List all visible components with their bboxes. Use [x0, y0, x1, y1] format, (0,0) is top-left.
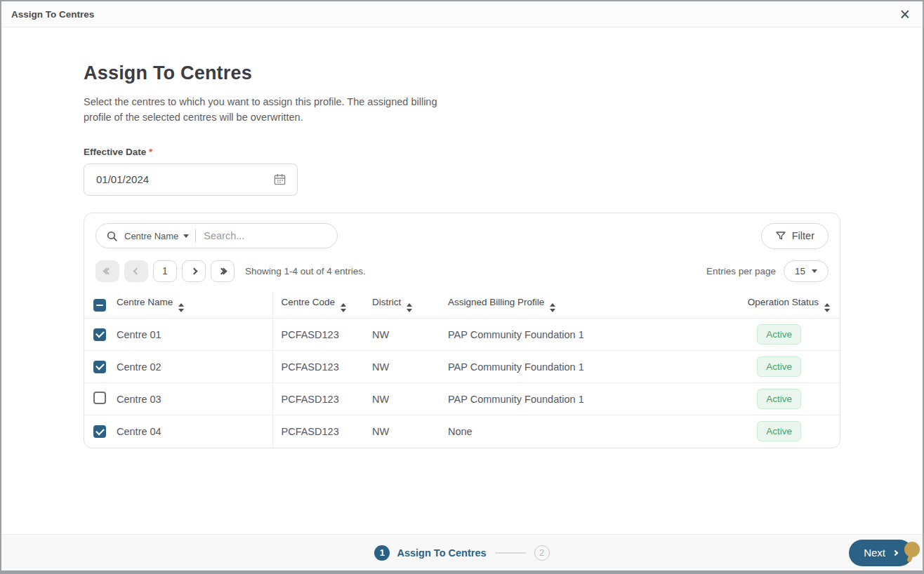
next-button[interactable]: Next	[849, 540, 913, 566]
pagination-row: 1 Showing 1-4 out of 4 entries. Entries …	[84, 258, 840, 292]
status-badge: Active	[757, 324, 801, 345]
cursor-indicator	[904, 542, 920, 557]
entries-per-page-label: Entries per page	[706, 266, 776, 276]
table-toolbar: Centre Name Filter	[84, 213, 840, 258]
row-checkbox[interactable]	[93, 392, 106, 404]
effective-date-label: Effective Date *	[84, 147, 840, 157]
status-badge: Active	[757, 421, 801, 441]
sort-icon	[407, 303, 412, 312]
previous-page-button[interactable]	[124, 260, 148, 282]
calendar-icon[interactable]	[273, 173, 286, 186]
district-cell: NW	[364, 415, 440, 448]
district-cell: NW	[364, 351, 440, 383]
row-checkbox[interactable]	[93, 361, 106, 373]
centre-code-cell: PCFASD123	[272, 415, 364, 448]
wizard-stepper: 1 Assign To Centres 2	[374, 545, 549, 561]
filter-funnel-icon	[775, 230, 786, 241]
first-page-button[interactable]	[95, 260, 119, 282]
step-connector	[495, 552, 526, 554]
next-page-button[interactable]	[182, 260, 206, 282]
sort-icon	[824, 303, 830, 312]
chevron-right-icon	[190, 267, 197, 274]
table-row: Centre 03 PCFASD123 NW PAP Community Fou…	[84, 383, 840, 415]
step-1-label: Assign To Centres	[397, 547, 486, 559]
centre-code-cell: PCFASD123	[272, 383, 364, 415]
modal-content: Assign To Centres Select the centres to …	[1, 27, 923, 534]
filter-button[interactable]: Filter	[761, 223, 829, 249]
current-page-button[interactable]: 1	[153, 260, 177, 282]
district-cell: NW	[364, 319, 440, 351]
entries-per-page-group: Entries per page 15	[706, 260, 829, 282]
chevron-left-icon	[133, 267, 140, 274]
wizard-footer: 1 Assign To Centres 2 Next	[1, 534, 923, 570]
column-header-billing-profile[interactable]: Assigned Billing Profile	[440, 292, 717, 319]
close-icon: ×	[899, 4, 910, 24]
billing-profile-cell: PAP Community Foundation 1	[440, 319, 717, 351]
centre-name-cell: Centre 04	[117, 415, 272, 448]
status-badge: Active	[757, 389, 801, 409]
centre-name-cell: Centre 02	[117, 351, 272, 383]
centres-table: Centre Name Centre Code District Assigne…	[84, 292, 840, 448]
search-bar[interactable]: Centre Name	[95, 223, 338, 248]
window-title: Assign To Centres	[11, 9, 94, 20]
close-button[interactable]: ×	[897, 6, 913, 23]
search-category-dropdown[interactable]: Centre Name	[124, 231, 189, 241]
select-all-checkbox[interactable]	[93, 299, 106, 312]
billing-profile-cell: PAP Community Foundation 1	[440, 351, 717, 383]
centre-name-cell: Centre 01	[117, 319, 272, 351]
billing-profile-cell: None	[440, 415, 717, 448]
page-description: Select the centres to which you want to …	[84, 95, 438, 126]
search-icon	[106, 230, 118, 242]
effective-date-field[interactable]	[84, 163, 298, 196]
caret-down-icon	[812, 269, 817, 273]
column-header-centre-code[interactable]: Centre Code	[272, 292, 364, 319]
district-cell: NW	[364, 383, 440, 415]
column-header-operation-status[interactable]: Operation Status	[717, 292, 840, 319]
table-row: Centre 01 PCFASD123 NW PAP Community Fou…	[84, 319, 840, 351]
row-checkbox[interactable]	[93, 425, 106, 438]
table-row: Centre 04 PCFASD123 NW None Active	[84, 415, 840, 448]
centre-name-cell: Centre 03	[117, 383, 272, 415]
page-title: Assign To Centres	[84, 62, 840, 84]
modal-titlebar: Assign To Centres ×	[1, 1, 923, 27]
column-header-centre-name[interactable]: Centre Name	[117, 292, 272, 319]
sort-icon	[550, 303, 555, 312]
required-asterisk: *	[149, 147, 152, 157]
search-input[interactable]	[202, 229, 327, 242]
entries-per-page-select[interactable]: 15	[784, 260, 829, 282]
billing-profile-cell: PAP Community Foundation 1	[440, 383, 717, 415]
column-header-district[interactable]: District	[364, 292, 440, 319]
chevron-right-icon	[892, 549, 898, 555]
sort-icon	[178, 303, 184, 312]
centre-code-cell: PCFASD123	[272, 351, 364, 383]
caret-down-icon	[183, 234, 189, 238]
search-divider	[195, 229, 196, 243]
step-1-indicator[interactable]: 1	[374, 545, 390, 561]
status-badge: Active	[757, 356, 801, 377]
effective-date-input[interactable]	[95, 173, 221, 186]
sort-icon	[341, 303, 346, 312]
entries-summary: Showing 1-4 out of 4 entries.	[245, 266, 366, 276]
step-2-indicator[interactable]: 2	[534, 545, 550, 561]
table-row: Centre 02 PCFASD123 NW PAP Community Fou…	[84, 351, 840, 383]
row-checkbox[interactable]	[93, 328, 106, 341]
last-page-button[interactable]	[211, 260, 235, 282]
centres-table-panel: Centre Name Filter 1	[84, 213, 840, 448]
centre-code-cell: PCFASD123	[272, 319, 364, 351]
table-header-row: Centre Name Centre Code District Assigne…	[84, 292, 840, 319]
